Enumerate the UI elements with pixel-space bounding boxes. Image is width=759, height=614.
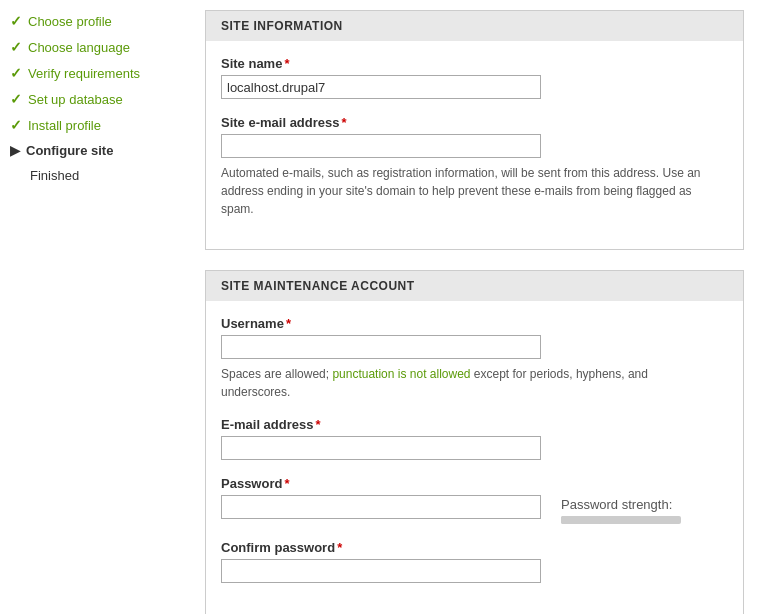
sidebar-item-label: Configure site xyxy=(26,143,113,158)
check-icon: ✓ xyxy=(10,13,22,29)
required-star: * xyxy=(284,56,289,71)
sidebar-item-set-up-database[interactable]: ✓ Set up database xyxy=(0,86,190,112)
password-row: Password strength: xyxy=(221,495,728,524)
site-email-label: Site e-mail address* xyxy=(221,115,728,130)
main-content: SITE INFORMATION Site name* Site e-mail … xyxy=(190,0,759,614)
password-input[interactable] xyxy=(221,495,541,519)
password-label: Password* xyxy=(221,476,728,491)
site-email-hint: Automated e-mails, such as registration … xyxy=(221,164,711,218)
password-group: Password* Password strength: xyxy=(221,476,728,524)
sidebar-item-label[interactable]: Verify requirements xyxy=(28,66,140,81)
sidebar-item-install-profile[interactable]: ✓ Install profile xyxy=(0,112,190,138)
username-label: Username* xyxy=(221,316,728,331)
site-information-body: Site name* Site e-mail address* Automate… xyxy=(206,41,743,249)
sidebar-item-label[interactable]: Set up database xyxy=(28,92,123,107)
password-strength-label: Password strength: xyxy=(561,497,681,512)
arrow-icon: ▶ xyxy=(10,143,20,158)
confirm-password-label: Confirm password* xyxy=(221,540,728,555)
sidebar-item-verify-requirements[interactable]: ✓ Verify requirements xyxy=(0,60,190,86)
email-label: E-mail address* xyxy=(221,417,728,432)
check-icon: ✓ xyxy=(10,65,22,81)
sidebar-item-choose-language[interactable]: ✓ Choose language xyxy=(0,34,190,60)
check-icon: ✓ xyxy=(10,91,22,107)
required-star: * xyxy=(337,540,342,555)
confirm-password-input[interactable] xyxy=(221,559,541,583)
site-name-label: Site name* xyxy=(221,56,728,71)
username-group: Username* Spaces are allowed; punctuatio… xyxy=(221,316,728,401)
sidebar-item-label: Finished xyxy=(30,168,79,183)
required-star: * xyxy=(316,417,321,432)
sidebar-item-configure-site[interactable]: ▶ Configure site xyxy=(0,138,190,163)
maintenance-account-section: SITE MAINTENANCE ACCOUNT Username* Space… xyxy=(205,270,744,614)
site-name-input[interactable] xyxy=(221,75,541,99)
maintenance-account-body: Username* Spaces are allowed; punctuatio… xyxy=(206,301,743,614)
password-strength-bar-background xyxy=(561,516,681,524)
email-input[interactable] xyxy=(221,436,541,460)
username-input[interactable] xyxy=(221,335,541,359)
email-group: E-mail address* xyxy=(221,417,728,460)
sidebar: ✓ Choose profile ✓ Choose language ✓ Ver… xyxy=(0,0,190,614)
confirm-password-group: Confirm password* xyxy=(221,540,728,583)
site-email-group: Site e-mail address* Automated e-mails, … xyxy=(221,115,728,218)
username-hint: Spaces are allowed; punctuation is not a… xyxy=(221,365,711,401)
check-icon: ✓ xyxy=(10,117,22,133)
password-strength-indicator: Password strength: xyxy=(561,497,681,524)
password-strength-bar xyxy=(561,516,601,524)
username-hint-link[interactable]: punctuation is not allowed xyxy=(332,367,470,381)
maintenance-account-header: SITE MAINTENANCE ACCOUNT xyxy=(206,271,743,301)
site-email-input[interactable] xyxy=(221,134,541,158)
site-information-header: SITE INFORMATION xyxy=(206,11,743,41)
site-name-group: Site name* xyxy=(221,56,728,99)
sidebar-item-label[interactable]: Install profile xyxy=(28,118,101,133)
required-star: * xyxy=(286,316,291,331)
sidebar-item-label[interactable]: Choose profile xyxy=(28,14,112,29)
required-star: * xyxy=(284,476,289,491)
sidebar-item-label[interactable]: Choose language xyxy=(28,40,130,55)
sidebar-item-finished: Finished xyxy=(0,163,190,188)
check-icon: ✓ xyxy=(10,39,22,55)
sidebar-item-choose-profile[interactable]: ✓ Choose profile xyxy=(0,8,190,34)
site-information-section: SITE INFORMATION Site name* Site e-mail … xyxy=(205,10,744,250)
required-star: * xyxy=(342,115,347,130)
